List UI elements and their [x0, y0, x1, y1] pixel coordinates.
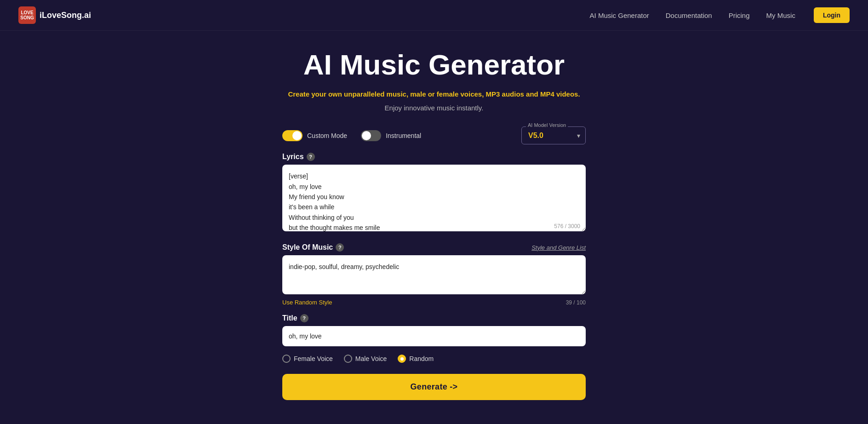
random-voice-radio [398, 355, 406, 363]
title-input[interactable] [282, 326, 586, 346]
lyrics-char-count: 576 / 3000 [554, 223, 580, 229]
instrumental-toggle[interactable] [361, 130, 381, 141]
male-voice-option[interactable]: Male Voice [344, 355, 387, 363]
ai-model-label: AI Model Version [526, 122, 568, 128]
random-voice-option[interactable]: Random [398, 355, 434, 363]
logo-icon: LOVESONG [18, 6, 36, 24]
custom-mode-toggle[interactable] [282, 130, 303, 141]
style-char-count: 39 / 100 [566, 299, 586, 306]
ai-model-wrapper: AI Model Version V5.0 V4.0 V3.0 ▾ [521, 126, 586, 144]
navbar: LOVESONG iLoveSong.ai AI Music Generator… [0, 0, 868, 31]
hero-subtitle-2: Enjoy innovative music instantly. [282, 103, 586, 114]
generate-button[interactable]: Generate -> [282, 374, 586, 400]
title-wrapper [282, 326, 586, 346]
controls-row: Custom Mode Instrumental AI Model Versio… [282, 126, 586, 144]
custom-mode-label: Custom Mode [307, 132, 347, 139]
instrumental-knob [362, 131, 371, 140]
hero-sub-highlight: MP3 audios and MP4 videos. [486, 90, 580, 98]
lyrics-label: Lyrics ? [282, 153, 586, 161]
style-genre-link[interactable]: Style and Genre List [531, 244, 586, 251]
nav-links: AI Music Generator Documentation Pricing… [590, 11, 795, 19]
login-button[interactable]: Login [814, 7, 850, 23]
style-header: Style Of Music ? Style and Genre List [282, 243, 586, 252]
style-footer: Use Random Style 39 / 100 [282, 299, 586, 306]
custom-mode-knob [292, 131, 302, 140]
nav-link-generator[interactable]: AI Music Generator [590, 11, 649, 19]
use-random-style-link[interactable]: Use Random Style [282, 299, 332, 306]
male-voice-radio [344, 355, 352, 363]
female-voice-option[interactable]: Female Voice [282, 355, 333, 363]
main-content: AI Music Generator Create your own unpar… [273, 31, 595, 424]
nav-link-my-music[interactable]: My Music [766, 11, 795, 19]
lyrics-wrapper: [verse] oh, my love My friend you know i… [282, 165, 586, 233]
style-help-icon[interactable]: ? [336, 243, 344, 252]
lyrics-help-icon[interactable]: ? [307, 153, 315, 161]
hero-sub-plain: Create your own unparalleled music, male… [288, 90, 484, 98]
logo-link[interactable]: LOVESONG iLoveSong.ai [18, 6, 91, 24]
male-voice-label: Male Voice [355, 355, 387, 362]
page-title: AI Music Generator [282, 49, 586, 80]
nav-link-docs[interactable]: Documentation [666, 11, 712, 19]
nav-link-pricing[interactable]: Pricing [729, 11, 750, 19]
style-textarea[interactable]: indie-pop, soulful, dreamy, psychedelic [282, 255, 586, 294]
custom-mode-toggle-group: Custom Mode [282, 130, 347, 141]
female-voice-label: Female Voice [294, 355, 333, 362]
instrumental-toggle-group: Instrumental [361, 130, 421, 141]
title-help-icon[interactable]: ? [300, 314, 308, 322]
ai-model-select[interactable]: V5.0 V4.0 V3.0 [521, 126, 586, 144]
style-label: Style Of Music ? [282, 243, 344, 252]
instrumental-label: Instrumental [386, 132, 421, 139]
logo-text: iLoveSong.ai [40, 11, 91, 20]
random-voice-label: Random [409, 355, 434, 362]
hero-subtitle-1: Create your own unparalleled music, male… [282, 89, 586, 100]
title-label: Title ? [282, 314, 586, 322]
female-voice-radio [282, 355, 291, 363]
lyrics-textarea[interactable]: [verse] oh, my love My friend you know i… [282, 165, 586, 231]
voice-row: Female Voice Male Voice Random [282, 355, 586, 363]
